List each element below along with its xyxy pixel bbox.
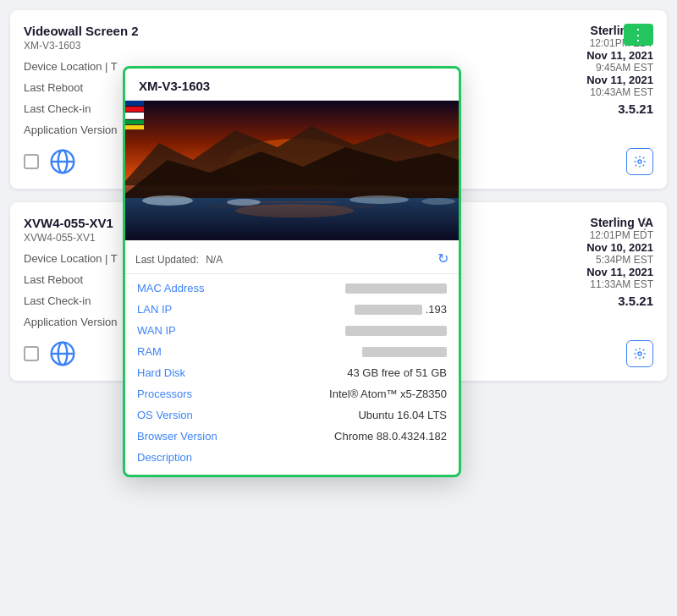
description-label: Description xyxy=(137,451,192,464)
info-row-os: OS Version Ubuntu 16.04 LTS xyxy=(125,404,459,426)
wan-value xyxy=(345,326,447,336)
checkin-date-2: Nov 11, 2021 xyxy=(543,266,653,278)
info-row-ram: RAM xyxy=(125,341,459,362)
version-2: 3.5.21 xyxy=(543,294,653,308)
info-row-harddisk: Hard Disk 43 GB free of 51 GB xyxy=(125,362,459,383)
globe-icon-2[interactable] xyxy=(49,340,76,367)
harddisk-label: Hard Disk xyxy=(137,366,185,379)
os-label: OS Version xyxy=(137,409,193,421)
flag-white xyxy=(125,113,144,119)
info-row-browser: Browser Version Chrome 88.0.4324.182 xyxy=(125,426,459,447)
info-row-description: Description xyxy=(125,447,459,468)
reboot-date-1: Nov 11, 2021 xyxy=(543,49,653,62)
three-dots-2[interactable]: ⋮ xyxy=(637,216,653,231)
flag-green xyxy=(125,120,144,124)
svg-point-3 xyxy=(638,160,641,163)
popup-flags xyxy=(125,101,144,129)
svg-point-17 xyxy=(227,199,261,206)
lan-label: LAN IP xyxy=(137,303,172,316)
gear-icon-1 xyxy=(633,155,647,168)
checkbox-1[interactable] xyxy=(24,154,39,169)
info-row-wan: WAN IP xyxy=(125,320,459,341)
last-updated-label: Last Updated: xyxy=(135,254,199,266)
popup-header: XM-V3-1603 xyxy=(125,69,459,101)
ram-label: RAM xyxy=(137,345,162,358)
browser-label: Browser Version xyxy=(137,430,217,443)
reboot-date-2: Nov 10, 2021 xyxy=(543,241,653,254)
os-value: Ubuntu 16.04 LTS xyxy=(358,409,447,421)
device-name-1: Videowall Screen 2 xyxy=(24,24,530,38)
globe-icon-1[interactable] xyxy=(49,148,76,175)
three-dots-1[interactable]: ⋮ xyxy=(624,24,653,46)
lan-value: .193 xyxy=(355,303,447,316)
checkin-date-1: Nov 11, 2021 xyxy=(543,74,653,86)
popup-screenshot-container xyxy=(125,101,459,244)
ram-value xyxy=(362,347,447,357)
info-row-mac: MAC Address xyxy=(125,278,459,299)
wan-label: WAN IP xyxy=(137,324,176,337)
svg-point-16 xyxy=(142,195,193,206)
checkin-time-2: 5:34PM EST xyxy=(543,254,653,266)
checkin-time-1: 9:45AM EST xyxy=(543,62,653,74)
flag-blue xyxy=(125,101,144,106)
flag-red xyxy=(125,107,144,112)
device-id-1: XM-V3-1603 xyxy=(24,40,530,52)
gear-button-1[interactable] xyxy=(626,148,653,175)
processors-value: Intel® Atom™ x5-Z8350 xyxy=(329,388,447,400)
version-1: 3.5.21 xyxy=(543,102,653,116)
mac-label: MAC Address xyxy=(137,282,204,294)
harddisk-value: 43 GB free of 51 GB xyxy=(347,366,447,379)
checkin-time2-1: 10:43AM EST xyxy=(543,86,653,98)
last-updated-value: N/A xyxy=(206,254,223,266)
info-row-lan: LAN IP .193 xyxy=(125,299,459,320)
gear-icon-2 xyxy=(633,347,647,360)
svg-point-7 xyxy=(638,352,641,355)
device-popup: XM-V3-1603 xyxy=(123,66,461,477)
popup-title: XM-V3-1603 xyxy=(139,79,445,93)
landscape-image xyxy=(125,101,459,240)
gear-button-2[interactable] xyxy=(626,340,653,367)
browser-value: Chrome 88.0.4324.182 xyxy=(334,430,447,443)
processors-label: Processors xyxy=(137,388,192,400)
svg-point-13 xyxy=(235,204,354,217)
checkbox-2[interactable] xyxy=(24,346,39,361)
refresh-icon[interactable]: ↻ xyxy=(438,250,449,267)
flag-yellow xyxy=(125,125,144,129)
svg-point-18 xyxy=(350,195,409,204)
info-row-processors: Processors Intel® Atom™ x5-Z8350 xyxy=(125,383,459,404)
mac-value xyxy=(345,283,447,294)
popup-footer: Last Updated: N/A ↻ xyxy=(125,244,459,274)
last-updated-container: Last Updated: N/A xyxy=(135,251,223,267)
popup-info-table: MAC Address LAN IP .193 WAN IP RAM Hard … xyxy=(125,274,459,475)
svg-point-19 xyxy=(421,198,455,205)
checkin-time2-2: 11:33AM EST xyxy=(543,278,653,290)
